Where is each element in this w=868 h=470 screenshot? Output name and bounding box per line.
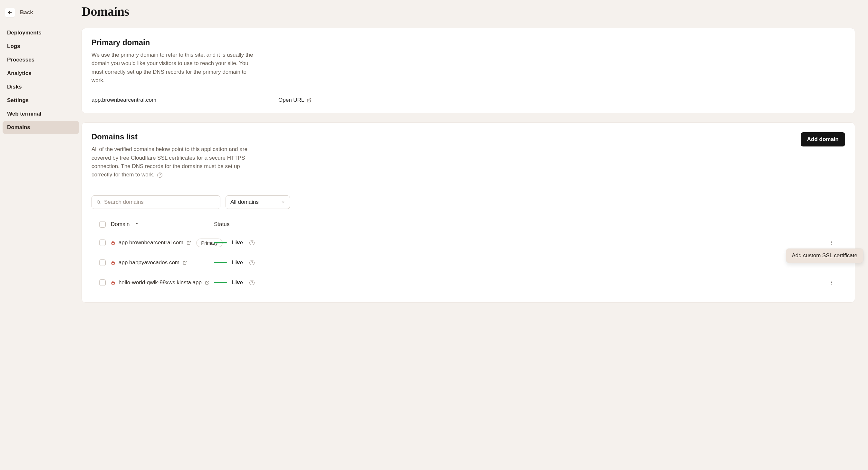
lock-open-icon [111,280,115,285]
table-row: app.brownbearcentral.com Primary Live ? [92,233,845,253]
sidebar-item-web-terminal[interactable]: Web terminal [3,107,79,121]
sidebar: Back Deployments Logs Processes Analytic… [0,0,82,470]
sidebar-item-analytics[interactable]: Analytics [3,67,79,80]
svg-line-11 [185,261,187,263]
page-title: Domains [82,4,855,19]
add-ssl-popover[interactable]: Add custom SSL certificate [786,248,863,263]
table-row: hello-world-qwik-99xws.kinsta.app Live ? [92,273,845,293]
status-text: Live [232,239,243,246]
svg-line-3 [99,203,100,204]
svg-line-13 [207,281,209,283]
primary-domain-value: app.brownbearcentral.com [92,97,278,103]
help-icon[interactable]: ? [157,173,162,178]
svg-line-1 [309,99,311,101]
svg-line-6 [188,241,190,243]
status-text: Live [232,279,243,286]
row-checkbox[interactable] [99,239,106,246]
external-link-icon [307,98,312,103]
primary-domain-heading: Primary domain [92,38,845,47]
primary-domain-description: We use the primary domain to refer to th… [92,51,259,85]
sidebar-item-disks[interactable]: Disks [3,80,79,93]
domains-list-heading: Domains list [92,132,259,141]
chevron-down-icon [281,200,285,204]
row-checkbox[interactable] [99,260,106,266]
sort-ascending-icon [135,222,139,226]
search-icon [96,200,101,204]
external-link-icon[interactable] [183,261,187,265]
main-content: Domains Primary domain We use the primar… [82,0,868,470]
lock-open-icon [111,240,115,245]
add-domain-button[interactable]: Add domain [801,132,845,146]
domains-list-description: All of the verified domains below point … [92,145,259,179]
column-header-status[interactable]: Status [214,221,323,228]
search-domains-input[interactable] [104,199,216,205]
search-domains-wrapper [92,195,220,209]
back-button[interactable]: Back [3,6,79,26]
sidebar-item-deployments[interactable]: Deployments [3,26,79,39]
filter-domains-select[interactable]: All domains [225,195,290,209]
row-checkbox[interactable] [99,279,106,286]
external-link-icon[interactable] [187,240,191,245]
select-all-checkbox[interactable] [99,221,106,228]
column-header-domain[interactable]: Domain [111,221,214,228]
svg-point-8 [831,242,832,243]
arrow-left-icon [5,8,15,18]
status-text: Live [232,260,243,266]
sidebar-nav: Deployments Logs Processes Analytics Dis… [3,26,79,134]
primary-domain-card: Primary domain We use the primary domain… [82,28,855,113]
status-indicator [214,242,227,243]
help-icon[interactable]: ? [249,280,254,285]
help-icon[interactable]: ? [249,240,254,245]
domains-list-card: Domains list All of the verified domains… [82,122,855,302]
svg-point-7 [831,241,832,242]
lock-open-icon [111,261,115,265]
sidebar-item-domains[interactable]: Domains [3,121,79,134]
filter-domains-value: All domains [230,199,259,205]
status-indicator [214,262,227,263]
sidebar-item-logs[interactable]: Logs [3,40,79,53]
help-icon[interactable]: ? [249,260,254,265]
table-row: app.happyavocados.com Live ? [92,253,845,273]
domains-table: Domain Status [92,216,845,293]
svg-rect-10 [112,263,114,265]
svg-rect-5 [112,243,114,245]
sidebar-item-settings[interactable]: Settings [3,94,79,107]
row-actions-menu[interactable] [827,278,835,287]
row-actions-menu[interactable] [827,239,835,247]
svg-point-16 [831,284,832,284]
open-url-label: Open URL [278,97,304,103]
sidebar-item-processes[interactable]: Processes [3,54,79,66]
domain-name[interactable]: app.brownbearcentral.com [119,239,183,246]
table-header: Domain Status [92,216,845,233]
external-link-icon[interactable] [205,280,210,285]
status-indicator [214,282,227,283]
svg-point-15 [831,282,832,283]
domain-name[interactable]: hello-world-qwik-99xws.kinsta.app [119,279,202,286]
svg-point-14 [831,281,832,282]
svg-rect-12 [112,283,114,284]
svg-point-9 [831,244,832,245]
back-label: Back [20,9,33,16]
domain-name[interactable]: app.happyavocados.com [119,260,180,266]
open-url-link[interactable]: Open URL [278,97,312,103]
